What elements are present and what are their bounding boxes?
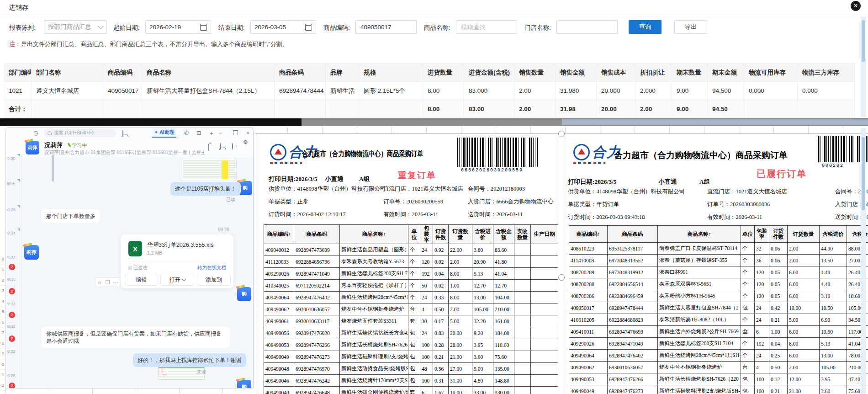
history-clock-icon[interactable]: ◷ <box>33 128 38 138</box>
list-scrollbar[interactable] <box>52 155 54 181</box>
contact-avatar[interactable]: 莉萍 <box>26 141 39 154</box>
conversation-list-item[interactable]: 9:32 <box>6 323 21 329</box>
store-name-input[interactable] <box>556 20 618 34</box>
conversation-list-item[interactable]: 9:32 <box>6 348 21 354</box>
report-col-header: 规格 <box>359 64 423 82</box>
doc2-item-row: 4094100116928947476693新鲜生活户外烧烤炭2公斤SH-766… <box>569 326 868 338</box>
conversation-list-item[interactable]: 2 <box>6 311 21 318</box>
conversation-list-item[interactable]: 9:28 <box>6 372 21 378</box>
convert-to-online-doc-link[interactable]: 转为在线文档 <box>197 265 226 271</box>
report-vertical-scrollbar-thumb[interactable] <box>862 20 865 62</box>
phone-icon[interactable]: ✆ <box>184 128 189 138</box>
doc1-item-row: 4094900406928947476648新鲜生活碳金刚便携烧烤炉/烧烤酱套 … <box>264 387 558 394</box>
file-open-button[interactable]: 打开 <box>160 274 194 286</box>
doc1-col-header: 含税进价 <box>472 225 493 244</box>
doc1-col-header: 订货件数 <box>433 225 449 244</box>
minimize-button[interactable]: − <box>219 128 222 138</box>
doc2-info-line: 订货时间：2026-03-03 09:43:18 <box>568 211 685 224</box>
overlay-close-button[interactable]: ✕ <box>851 1 861 11</box>
horizontal-scrollbar-segment[interactable] <box>562 119 868 125</box>
report-col-header: 物流三方库存 <box>798 64 855 82</box>
report-window: 进销存 报表陈列: 按部门商品汇总 起始日期: 2026-02-19 结束日期:… <box>0 0 868 118</box>
conversation-list-item[interactable]: 2 <box>6 288 21 294</box>
emoji-react-icon[interactable]: ☺ <box>97 280 102 285</box>
doc1-items-table: 商品编码↑商品条码商品名称↑单位包装率订货件数订货数量含税进价含税金额实收数量生… <box>264 224 558 394</box>
export-button[interactable]: 导出 <box>674 20 707 34</box>
doc1-item-row: 4103400256971120502214秀本百变轻便拖把（加杆子）0221个… <box>264 280 558 292</box>
query-button[interactable]: 查询 <box>629 20 662 34</box>
report-col-header: 进货数量 <box>423 64 464 82</box>
chat-search-icon[interactable] <box>232 143 233 149</box>
contact-status: 学习中 <box>72 143 87 148</box>
start-date-input[interactable]: 2026-02-19 <box>145 20 211 34</box>
gear-icon[interactable]: ⚙ <box>243 137 248 148</box>
report-total-row: 合计：8.0083.002.0031.9820.002.009.0094.50 <box>4 100 855 118</box>
add-member-icon[interactable] <box>220 143 221 149</box>
doc1-item-row: 4094900486928947476570新鲜生活防烫食品夹/烧烤版SH-76… <box>264 363 558 375</box>
file-edit-button[interactable]: 编辑 <box>125 274 158 286</box>
purchase-order-page-1: 合力 合力超市（合力购物物流中心）商品采购订单 6666202603020055… <box>256 133 559 394</box>
product-code-input[interactable] <box>355 20 417 34</box>
doc1-item-row: 4094900536928947476266新鲜生活长柄烧烤刷SH-7626（2… <box>264 339 558 351</box>
conversation-list-item[interactable]: 9:33 <box>6 276 21 282</box>
product-name-input[interactable] <box>456 20 517 34</box>
file-card[interactable]: X 华塑33订单2026.3.555.xls 1.2 MB ◎ 已查收 转为在线… <box>121 234 233 288</box>
calendar-icon[interactable] <box>200 24 207 31</box>
calendar-icon[interactable] <box>305 24 312 31</box>
add-contact-icon[interactable] <box>122 130 123 137</box>
doc2-item-row: 4114100086973048313552淞泰（蘑菇屋）存钱罐SF-355个 … <box>569 255 868 266</box>
incoming-message-bubble: 你喊供应商报备，但是要确保门店有货卖，如果门店有缺货，供应商报备是不会通过哦 <box>42 327 230 348</box>
conversation-list-item[interactable]: 2 <box>6 263 21 270</box>
doc1-item-row: 4094900496928947476273新鲜生活硅胶料理刷2支/烧烤版SH-… <box>264 351 558 363</box>
ai-assistant-button[interactable]: ✦ AI助理 <box>152 128 176 138</box>
search-input[interactable]: 搜索 (Ctrl+Shift+F) <box>44 129 116 137</box>
doc2-info-line: 供货单位：4148098华塑（台州）科技有限公司 <box>568 185 685 198</box>
folder-icon[interactable] <box>208 144 209 150</box>
doc1-col-header: 商品名称↑ <box>340 225 408 244</box>
conversation-list-item[interactable]: 9:33 <box>6 254 21 261</box>
report-col-header: 折扣折让 <box>635 64 672 82</box>
maximize-button[interactable] <box>233 130 238 137</box>
heli-logo-tagline <box>270 162 302 164</box>
conversation-list-item[interactable]: 0-26 <box>6 206 21 213</box>
conversation-list-item[interactable]: 9:00 <box>6 155 21 161</box>
conversation-list-item[interactable]: 9:34 <box>6 229 21 236</box>
doc2-title: 合力超市（合力购物物流中心）商品采购订单 <box>614 149 788 161</box>
video-icon[interactable]: ⊡ <box>196 128 201 138</box>
display-mode-select[interactable]: 按部门商品汇总 <box>44 20 107 34</box>
plus-icon[interactable]: ＋ <box>209 128 214 138</box>
doc1-col-header: 订货数量 <box>449 225 472 244</box>
page-title: 进销存 <box>9 4 28 12</box>
conversation-list-item[interactable]: 9:33 <box>6 300 21 307</box>
sheet-vertical-scrollbar-thumb[interactable] <box>862 137 865 210</box>
doc2-item-row: 4094900646928947476402新鲜生活烧烤网28cm*45cm*1… <box>569 350 868 362</box>
report-col-header: 部门名称 <box>32 64 103 82</box>
file-add-to-button[interactable]: 添加到 <box>197 274 231 286</box>
divider <box>21 157 253 157</box>
sent-screenshot-thumbnail[interactable] <box>181 159 237 181</box>
store-name-label: 门店名称: <box>524 24 551 32</box>
end-date-input[interactable]: 2026-03-05 <box>250 20 316 34</box>
page-selection-handle-top[interactable] <box>558 131 565 137</box>
doc1-col-header: 包装率 <box>420 225 433 244</box>
page-selection-handle-middle[interactable] <box>558 274 565 281</box>
horizontal-scrollbar-thumb[interactable] <box>0 118 302 126</box>
doc2-item-row: 4094900626930010636057烧友中号不锈钢折叠烧烤炉台 40.5… <box>569 362 868 373</box>
conversation-list-item[interactable]: 昨天 <box>6 180 21 187</box>
doc1-barcode-digits: 66662026030200559 <box>461 168 523 173</box>
doc2-item-row: 4092900266928947471049新鲜生活婴儿棉签200支SH-710… <box>569 338 868 350</box>
doc2-item-row: 4094900496928947476273新鲜生活硅胶料理刷2支/烧烤版SH-… <box>569 385 868 394</box>
reply-icon[interactable]: ❑ <box>106 279 110 285</box>
doc2-col-header: 订货数量 <box>788 226 820 243</box>
doc2-item-row: 4106102056922884680823泰禾清新纸篓TH-8082（10L）… <box>569 314 868 326</box>
more-icon[interactable]: ⋯ <box>113 279 118 285</box>
own-avatar[interactable]: 购 <box>237 380 251 389</box>
own-avatar[interactable]: 购 <box>237 287 251 301</box>
conversation-list-item[interactable]: 7 <box>6 335 21 342</box>
contact-avatar[interactable]: 莉萍 <box>24 245 39 260</box>
doc2-info-line: 有效时间：2026-03-11 <box>707 211 787 224</box>
doc2-info-line: 单据类型：年货订单 <box>568 198 685 211</box>
doc2-info-col2: 直流门店：1021遵义大恒名城店订单号：20260303000036有效时间：2… <box>707 185 787 224</box>
conversation-list-item[interactable]: 2 <box>6 382 21 389</box>
doc2-items-table: 商品编码↑商品条码商品名称↑单位包装率订货件数订货数量含税进价含税金额实收数量生… <box>569 225 868 394</box>
